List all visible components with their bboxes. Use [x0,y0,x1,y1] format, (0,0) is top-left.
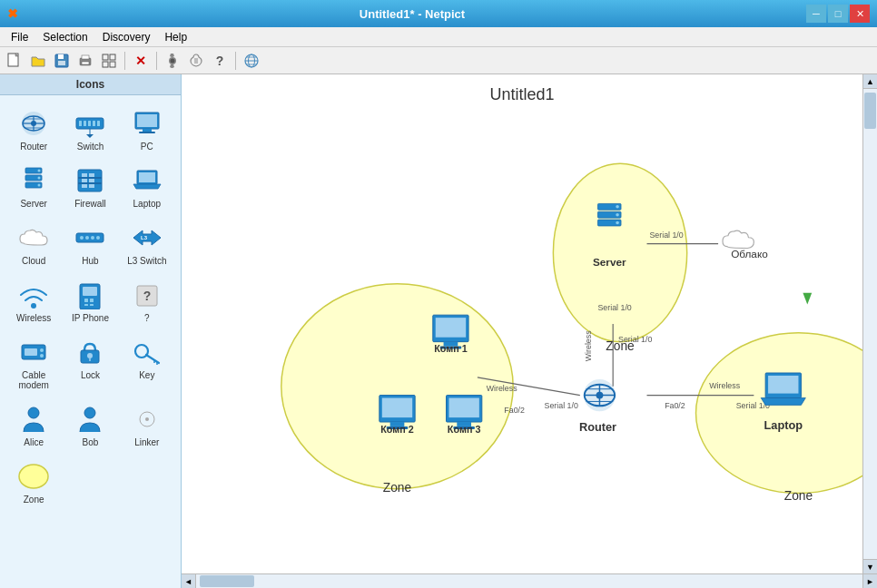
icon-item-key[interactable]: Key [121,331,173,395]
menu-item-selection[interactable]: Selection [35,29,94,45]
panel-title: Icons [0,74,181,95]
svg-point-80 [19,465,48,488]
icon-item-linker[interactable]: Linker [121,398,173,452]
svg-point-86 [616,221,619,225]
right-zone [696,333,862,494]
help-button[interactable]: ? [209,50,231,72]
internet-button[interactable] [241,50,262,72]
icon-item-router[interactable]: Router [7,103,60,156]
delete-button[interactable]: ✕ [130,50,152,72]
label-serial10-server2: Serial 1/0 [597,303,631,312]
app-title: Untitled1* - Netpict [18,7,806,21]
icon-item-cablemodem[interactable]: Cable modem [7,331,60,395]
wireless-label: Wireless [16,313,51,323]
svg-point-53 [91,236,94,240]
menu-item-discovery[interactable]: Discovery [95,29,158,45]
menu-item-help[interactable]: Help [157,29,194,45]
icon-item-laptop[interactable]: Laptop [121,160,173,213]
wrench-button[interactable] [162,50,183,72]
svg-point-93 [596,392,604,399]
icon-item-l3switch[interactable]: L3 L3 Switch [121,217,173,270]
toolbar-separator-2 [156,52,157,70]
svg-rect-107 [768,376,798,394]
svg-rect-46 [78,177,102,179]
icon-item-cloud[interactable]: Cloud [7,217,60,270]
vertical-scrollbar[interactable]: ▲ ▼ [862,74,877,573]
icon-item-bob[interactable]: Bob [64,398,116,452]
pc-label: PC [141,142,153,152]
icon-item-hub[interactable]: Hub [64,217,116,270]
alice-icon [15,403,52,436]
pc-icon [129,107,165,140]
grid-button[interactable] [98,50,120,72]
icon-panel: Icons Router [0,74,182,588]
svg-rect-35 [143,129,152,132]
icon-item-lock[interactable]: Lock [64,331,116,395]
scroll-left-btn[interactable]: ◄ [182,574,196,589]
svg-point-68 [40,354,44,358]
laptop-device[interactable] [761,373,805,405]
window-controls: ─ □ ✕ [806,5,870,23]
icon-item-server[interactable]: Server [7,160,60,213]
save-button[interactable] [51,50,73,72]
scroll-track [863,89,877,559]
icon-item-switch[interactable]: Switch [64,103,116,156]
network-diagram[interactable]: Zone Zone Zone Fa0/2 Serial 1/0 Wireless… [182,74,862,573]
horizontal-scrollbar[interactable]: ◄ ► [182,573,877,588]
cloud-device[interactable] [723,230,754,248]
svg-rect-62 [90,304,94,306]
svg-rect-66 [25,348,37,356]
scroll-thumb[interactable] [864,93,876,129]
firewall-label: Firewall [74,199,105,209]
hscroll-thumb[interactable] [200,575,254,587]
canvas-area[interactable]: Untitled1 Zone Zone Zone [182,74,862,573]
icon-item-alice[interactable]: Alice [7,398,60,452]
ipphone-label: IP Phone [72,313,109,323]
svg-rect-61 [84,304,88,306]
svg-rect-3 [58,54,64,59]
l3switch-label: L3 Switch [127,256,166,266]
svg-point-12 [171,58,175,63]
open-button[interactable] [27,50,49,72]
svg-rect-10 [103,62,108,67]
scroll-up-btn[interactable]: ▲ [863,74,877,89]
cloud-label: Cloud [22,256,45,266]
bob-icon [72,403,108,436]
minimize-button[interactable]: ─ [806,5,826,23]
server-device[interactable] [597,203,621,226]
unknown-icon: ? [129,279,165,311]
svg-point-24 [31,121,36,126]
label-fa02-right: Fa0/2 [665,401,685,410]
server-panel-label: Server [20,199,46,209]
icon-item-pc[interactable]: PC [121,103,173,156]
svg-rect-28 [88,121,91,126]
cablemodem-icon [15,336,52,368]
linker-label: Linker [134,437,159,447]
svg-point-42 [38,184,41,187]
icon-item-zone[interactable]: Zone [7,456,60,509]
svg-rect-95 [436,318,466,338]
router-device[interactable] [584,379,616,411]
svg-rect-11 [110,62,115,67]
laptop-label: Laptop [764,418,803,432]
menu-item-file[interactable]: File [4,29,35,45]
new-button[interactable] [4,50,25,72]
icon-item-ipphone[interactable]: IP Phone [64,274,116,328]
maximize-button[interactable]: □ [828,5,848,23]
router-label: Router [20,142,47,152]
scroll-right-btn[interactable]: ► [862,574,877,589]
icon-item-firewall[interactable]: Firewall [64,160,116,213]
properties-button[interactable] [185,50,207,72]
app-icon: ✖ [7,6,18,21]
svg-rect-58 [83,287,97,296]
svg-point-40 [38,170,41,172]
svg-rect-27 [84,121,86,126]
print-button[interactable] [74,50,96,72]
canvas-and-vscroll: Untitled1 Zone Zone Zone [182,74,877,573]
close-button[interactable]: ✕ [850,5,870,23]
icon-item-unknown[interactable]: ? ? [121,274,173,328]
label-wireless-server: Wireless [584,330,593,361]
scroll-down-btn[interactable]: ▼ [863,559,877,573]
lock-label: Lock [81,370,100,380]
icon-item-wireless[interactable]: Wireless [7,274,60,328]
